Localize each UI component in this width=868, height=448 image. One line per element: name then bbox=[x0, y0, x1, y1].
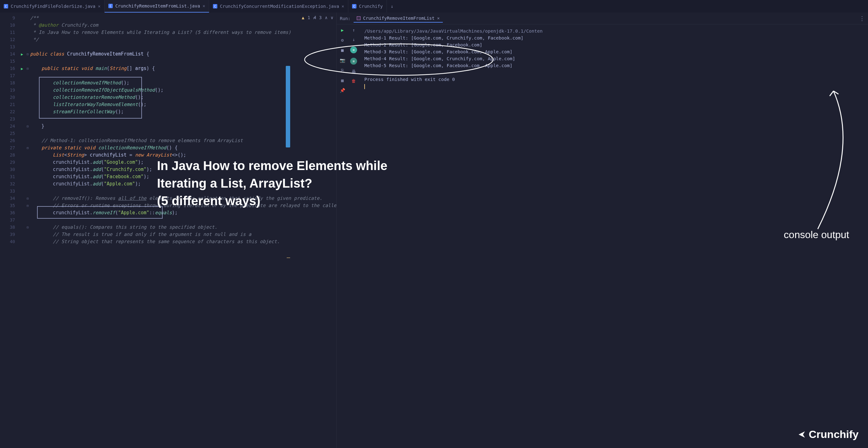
line-gutter: 9101112131415161718192021222324252627282… bbox=[0, 12, 19, 448]
run-tool-window: Run: CrunchifyRemoveItemFromList × ⋮ ▶ ⚙… bbox=[336, 12, 868, 448]
prev-highlight-icon[interactable]: ∧ bbox=[325, 15, 327, 20]
layout-icon[interactable]: ▦ bbox=[340, 78, 345, 83]
run-header: Run: CrunchifyRemoveItemFromList × ⋮ bbox=[337, 12, 868, 25]
console-output[interactable]: /Users/app/Library/Java/JavaVirtualMachi… bbox=[359, 25, 868, 448]
screenshot-icon[interactable]: 📷 bbox=[340, 58, 345, 63]
more-icon[interactable]: ⋮ bbox=[859, 15, 865, 22]
tab-label: CrunchifyFindFileFolderSize.java bbox=[11, 4, 95, 9]
print-icon[interactable]: 🖶 bbox=[351, 69, 356, 74]
run-toolbar-mid: ↑ ↓ ≡ ≡ 🖶 🗑 bbox=[348, 25, 359, 448]
tab-2[interactable]: C CrunchifyConcurrentModificationExcepti… bbox=[209, 0, 348, 12]
run-config-icon bbox=[357, 16, 361, 20]
tabs-overflow-icon[interactable]: ↓ bbox=[387, 4, 397, 9]
tab-1[interactable]: C CrunchifyRemoveItemFromList.java × bbox=[104, 0, 209, 12]
close-icon[interactable]: × bbox=[98, 4, 100, 9]
clear-icon[interactable]: 🗑 bbox=[351, 78, 356, 83]
close-icon[interactable]: × bbox=[437, 16, 440, 21]
run-markers: ▶▶ bbox=[19, 12, 25, 448]
java-icon: C bbox=[352, 4, 356, 8]
run-config-tab[interactable]: CrunchifyRemoveItemFromList × bbox=[353, 14, 443, 23]
run-toolbar-left: ▶ ⚙ ■ 📷 ⎘ ▦ 📌 bbox=[337, 25, 348, 448]
scroll-down-icon[interactable]: ↓ bbox=[351, 37, 356, 42]
scrollbar-minimap[interactable] bbox=[286, 66, 290, 147]
weak-warning-icon[interactable]: A bbox=[313, 15, 316, 20]
brand-logo: Crunchify bbox=[796, 428, 859, 441]
settings-icon[interactable]: ⚙ bbox=[340, 38, 345, 43]
run-config-name: CrunchifyRemoveItemFromList bbox=[363, 16, 435, 21]
tab-label: CrunchifyRemoveItemFromList.java bbox=[115, 3, 200, 8]
pin-icon[interactable]: 📌 bbox=[340, 88, 345, 93]
edit-marker: — bbox=[287, 254, 290, 261]
code-editor[interactable]: 9101112131415161718192021222324252627282… bbox=[0, 12, 336, 448]
java-icon: C bbox=[4, 4, 8, 8]
tab-3[interactable]: C Crunchify bbox=[348, 0, 387, 12]
editor-tabs: C CrunchifyFindFileFolderSize.java × C C… bbox=[0, 0, 868, 12]
java-icon: C bbox=[108, 4, 113, 8]
weak-warning-count: 3 bbox=[319, 15, 321, 20]
java-icon: C bbox=[213, 4, 217, 8]
warning-count: 1 bbox=[307, 15, 310, 20]
fold-column: ⊟⊟⊟⊟⊟⊟⊟ bbox=[25, 12, 30, 448]
code-content[interactable]: /** * @author Crunchify.com * In Java Ho… bbox=[30, 12, 336, 448]
stop-icon[interactable]: ■ bbox=[340, 48, 345, 53]
thread-dump-icon[interactable]: ≡ bbox=[350, 46, 357, 53]
rerun-icon[interactable]: ▶ bbox=[340, 28, 345, 33]
tab-label: CrunchifyConcurrentModificationException… bbox=[220, 4, 339, 9]
close-icon[interactable]: × bbox=[342, 4, 344, 9]
close-icon[interactable]: × bbox=[203, 3, 205, 8]
next-highlight-icon[interactable]: ∨ bbox=[331, 15, 333, 20]
run-label: Run: bbox=[340, 16, 350, 21]
attach-icon[interactable]: ⎘ bbox=[340, 68, 345, 73]
inspections-widget[interactable]: ▲1 A3 ∧ ∨ bbox=[302, 15, 334, 20]
tab-0[interactable]: C CrunchifyFindFileFolderSize.java × bbox=[0, 0, 104, 12]
warning-icon[interactable]: ▲ bbox=[302, 15, 304, 20]
scroll-up-icon[interactable]: ↑ bbox=[351, 28, 356, 33]
exit-icon[interactable]: ≡ bbox=[350, 58, 357, 65]
tab-label: Crunchify bbox=[359, 4, 383, 9]
